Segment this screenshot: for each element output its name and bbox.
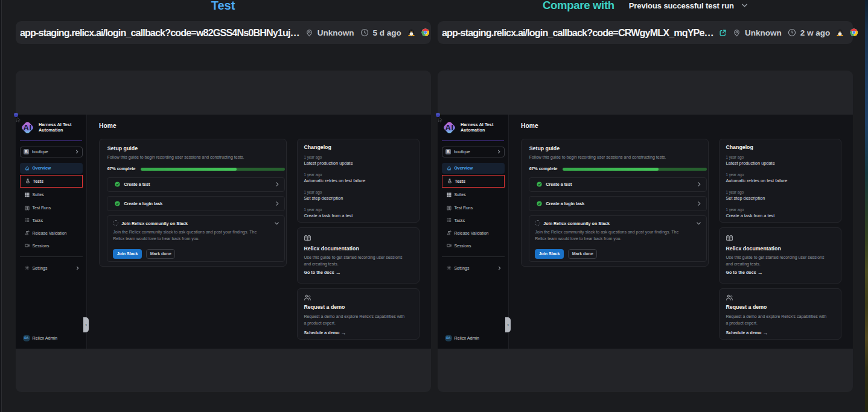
svg-text:AI: AI — [445, 123, 454, 132]
svg-text:AI: AI — [24, 123, 32, 132]
